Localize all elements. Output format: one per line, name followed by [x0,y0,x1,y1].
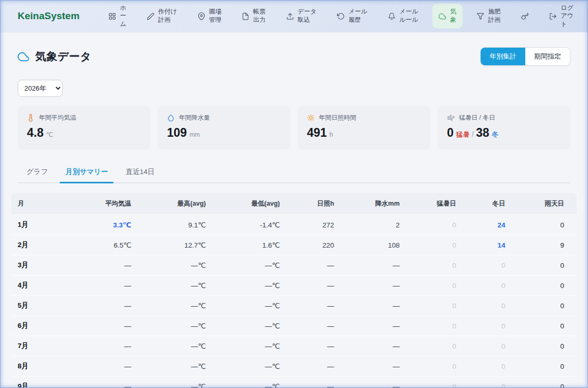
history-icon [337,12,345,20]
tab-bar: グラフ月別サマリー直近14日 [18,163,570,183]
monthly-summary-table: 月平均気温最高(avg)最低(avg)日照h降水mm猛暑日冬日雨天日 1月3.3… [11,193,577,388]
nav-item-weather[interactable]: 気 象 [432,4,463,28]
view-toggle-group: 年別集計期間指定 [480,47,570,66]
nav-item-logout[interactable]: ログ アウ ト [543,0,580,32]
yearly-summary-button[interactable]: 年別集計 [481,48,525,65]
page-title-text: 気象データ [35,49,91,64]
grid-icon [108,12,116,20]
stat-card-avg-temp: 年間平均気温4.8℃ [18,106,150,149]
value-cell: 1.6℃ [206,235,280,255]
value-cell: 0 [400,235,456,255]
nav-item-mail-rules[interactable]: メール ルール [382,4,425,28]
stat-cards: 年間平均気温4.8℃年間降水量109mm年間日照時間491h猛暑日 / 冬日0猛… [18,106,570,149]
column-header: 日照h [280,193,334,215]
stat-card-value-part: mm [189,131,200,138]
value-cell: —℃ [131,336,206,356]
nav-item-fertilizer-plan[interactable]: 施肥 計画 [470,4,507,28]
value-cell: 0 [506,296,577,316]
period-select-button[interactable]: 期間指定 [525,48,570,65]
nav-item-data-import[interactable]: データ 取込 [280,4,323,28]
sun-icon [307,114,315,122]
column-header: 平均気温 [79,193,131,215]
stat-card-precipitation: 年間降水量109mm [158,106,290,149]
stat-card-value-part: 491 [307,126,327,140]
value-cell: — [79,377,131,388]
value-cell: —℃ [131,255,206,276]
month-cell: 9月 [11,377,79,388]
nav-item-field-management[interactable]: 圃場 管理 [191,4,228,28]
value-cell: —℃ [206,296,280,316]
value-cell: — [334,296,399,316]
value-cell: — [280,296,334,316]
value-cell: —℃ [131,296,206,316]
value-cell: —℃ [206,255,280,276]
nav-item-label: 気 象 [450,8,456,24]
value-cell: 14 [456,235,506,255]
stat-card-value-part: 猛暑 [456,130,470,139]
nav-item-label: メール 履歴 [348,8,368,24]
map-pin-icon [198,12,205,20]
main-content: 気象データ 年別集計期間指定 2026年 年間平均気温4.8℃年間降水量109m… [0,47,588,388]
month-cell: 7月 [11,336,79,356]
table-row-6: 6月——℃—℃——000 [11,316,577,336]
month-cell: 4月 [11,276,79,296]
nav-item-label: データ 取込 [298,8,317,24]
value-cell: —℃ [131,356,206,377]
nav-item-label: 帳票 出力 [253,8,265,24]
value-cell: 6.5℃ [79,235,131,255]
month-cell: 6月 [11,316,79,336]
value-cell: 2 [334,215,399,235]
stat-card-sunshine: 年間日照時間491h [298,106,430,149]
nav-item-home[interactable]: ホ ー ム [102,0,132,32]
nav-item-report-output[interactable]: 帳票 出力 [235,4,272,28]
value-cell: 0 [506,276,577,296]
stat-card-value-part: 0 [447,126,454,140]
cloud-icon [18,51,30,63]
value-cell: — [334,356,399,377]
nav-item-label: 作付け 計画 [158,8,177,24]
nav-item-crop-plan[interactable]: 作付け 計画 [141,4,183,28]
value-cell: 0 [400,356,456,377]
table-row-7: 7月——℃—℃——000 [11,336,577,356]
value-cell: 0 [506,377,577,388]
value-cell: 272 [280,215,334,235]
key-icon [521,12,529,20]
value-cell: — [79,356,131,377]
stat-card-value-part: / [472,130,474,138]
year-select[interactable]: 2026年 [18,80,63,97]
stat-card-value-part: 38 [476,126,489,140]
value-cell: —℃ [206,336,280,356]
value-cell: —℃ [206,356,280,377]
column-header: 最高(avg) [131,193,206,215]
tab-recent-14days[interactable]: 直近14日 [117,163,163,182]
value-cell: 0 [400,296,456,316]
tab-graph[interactable]: グラフ [18,163,57,182]
value-cell: 0 [506,316,577,336]
value-cell: 0 [400,377,456,388]
navbar: KeinaSystem ホ ー ム作付け 計画圃場 管理帳票 出力データ 取込メ… [0,0,588,33]
tab-monthly-summary[interactable]: 月別サマリー [57,163,117,182]
value-cell: — [280,336,334,356]
value-cell: — [334,377,399,388]
table-row-1: 1月3.3℃9.1℃-1.4℃27220240 [11,215,577,235]
value-cell: 3.3℃ [79,215,131,235]
table-row-3: 3月——℃—℃——000 [11,255,577,276]
upload-icon [286,12,294,20]
value-cell: —℃ [206,276,280,296]
value-cell: — [79,296,131,316]
bell-icon [388,12,396,20]
value-cell: — [79,255,131,276]
column-header: 冬日 [456,193,506,215]
value-cell: —℃ [206,377,280,388]
brand-logo[interactable]: KeinaSystem [18,10,79,22]
table-row-2: 2月6.5℃12.7℃1.6℃2201080149 [11,235,577,255]
value-cell: 0 [400,215,456,235]
nav-item-key[interactable] [515,8,535,24]
value-cell: 9 [506,235,577,255]
nav-item-mail-history[interactable]: メール 履歴 [331,4,374,28]
stat-card-value: 0猛暑/38冬 [447,126,561,140]
value-cell: — [280,255,334,276]
value-cell: — [280,276,334,296]
stat-card-label: 猛暑日 / 冬日 [459,113,495,122]
value-cell: 0 [456,296,506,316]
